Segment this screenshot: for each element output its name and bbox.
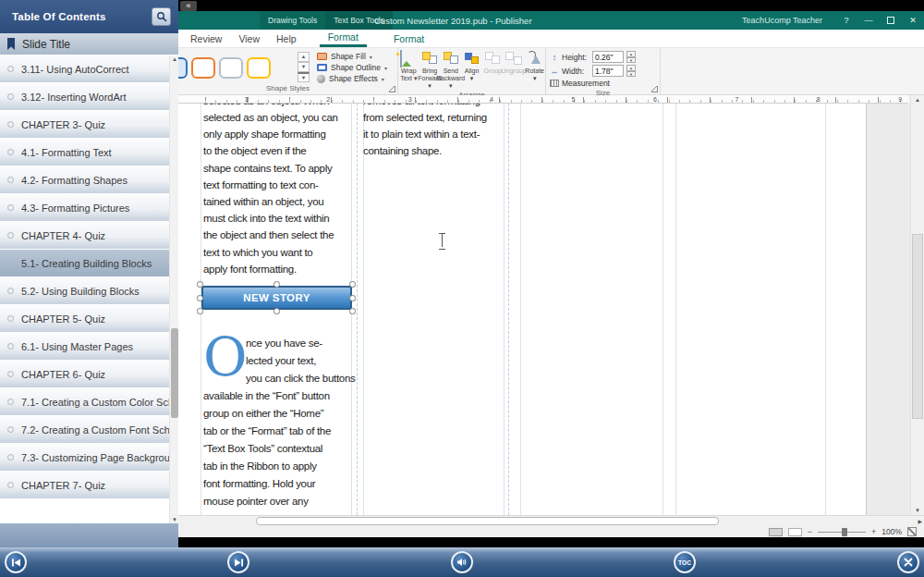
vertical-scrollbar[interactable]: ▲ ▼ — [910, 95, 924, 515]
zoom-out-button[interactable]: − — [808, 528, 812, 536]
toc-item[interactable]: 5.2- Using Building Blocks — [0, 277, 178, 305]
width-stepper[interactable]: ▲ ▼ — [626, 65, 636, 77]
volume-button[interactable] — [451, 551, 473, 573]
selection-handle[interactable] — [197, 281, 203, 288]
restore-button[interactable] — [880, 11, 902, 30]
toc-item[interactable]: CHAPTER 4- Quiz — [0, 222, 178, 250]
ribbon-tab[interactable]: Format — [385, 30, 432, 47]
selection-handle[interactable] — [197, 295, 203, 301]
toc-item[interactable]: CHAPTER 6- Quiz — [0, 361, 178, 388]
zoom-slider-thumb[interactable] — [842, 528, 847, 536]
shape-style-gallery[interactable] — [178, 48, 297, 83]
shape-effects-button[interactable]: Shape Effects ▾ — [317, 74, 387, 83]
single-page-view-button[interactable] — [769, 528, 783, 536]
minimize-button[interactable]: — — [857, 11, 880, 30]
slide-title-row[interactable]: Slide Title — [0, 33, 178, 55]
story-column-2[interactable]: from selected text, returning it to plai… — [363, 109, 516, 160]
toc-item[interactable]: 3.12- Inserting WordArt — [0, 83, 178, 111]
fit-page-icon[interactable] — [907, 527, 917, 536]
help-button[interactable]: ? — [835, 11, 857, 30]
spin-down-icon[interactable]: ▼ — [626, 71, 636, 78]
story-with-dropcap[interactable]: Once you have se- lected your text, you … — [203, 317, 362, 515]
drawing-tools-header[interactable]: Drawing Tools — [260, 11, 325, 30]
horizontal-ruler[interactable]: 123456789 — [178, 95, 908, 104]
bullet-icon — [7, 482, 14, 488]
toc-item[interactable]: 6.1- Using Master Pages — [0, 333, 178, 361]
toc-item[interactable]: CHAPTER 7- Quiz — [0, 472, 178, 499]
height-stepper[interactable]: ▲ ▼ — [626, 51, 636, 63]
gallery-down-icon[interactable]: ▼ — [298, 62, 310, 72]
toc-item-label: CHAPTER 4- Quiz — [21, 230, 105, 241]
shape-style-swatch-gold[interactable] — [247, 57, 271, 79]
selection-handle[interactable] — [274, 281, 280, 288]
ungroup-button[interactable]: Ungroup — [504, 48, 525, 90]
group-button[interactable]: Group — [482, 48, 504, 90]
story-column-1[interactable]: selected as an object, you can only appl… — [203, 109, 362, 277]
signed-in-user[interactable]: TeachUcomp Teacher — [742, 16, 822, 25]
new-story-banner[interactable]: NEW STORY — [201, 286, 352, 310]
ribbon-tab[interactable]: Help — [268, 30, 305, 47]
measurement-button[interactable]: Measurement — [550, 79, 636, 88]
shape-fill-button[interactable]: Shape Fill ▾ — [317, 52, 387, 61]
hscroll-thumb[interactable] — [256, 517, 719, 525]
document-canvas[interactable]: selected as an object. When selected as … — [178, 104, 924, 515]
vscroll-thumb[interactable] — [912, 234, 923, 419]
gallery-more-icon[interactable]: ▼ — [298, 72, 310, 82]
shape-outline-button[interactable]: Shape Outline ▾ — [317, 63, 387, 72]
gallery-scroll-strip: ▲ ▼ ▼ — [298, 52, 310, 83]
toc-scroll-thumb[interactable] — [171, 328, 178, 418]
gallery-up-icon[interactable]: ▲ — [298, 52, 310, 62]
toc-item[interactable]: 4.2- Formatting Shapes — [0, 166, 178, 194]
spin-down-icon[interactable]: ▼ — [626, 57, 636, 64]
zoom-level[interactable]: 100% — [881, 527, 902, 536]
zoom-in-button[interactable]: + — [871, 528, 876, 536]
toc-item[interactable]: 7.1- Creating a Custom Color Scheme — [0, 388, 178, 416]
ribbon-tab[interactable]: View — [230, 30, 268, 47]
toc-item[interactable]: 7.2- Creating a Custom Font Scheme — [0, 416, 178, 444]
scroll-up-icon[interactable]: ▲ — [911, 97, 924, 103]
close-icon — [904, 558, 913, 567]
scroll-down-icon[interactable]: ▼ — [911, 508, 924, 513]
align-button[interactable]: Align ▾ — [461, 48, 482, 90]
shape-style-swatch-orange[interactable] — [191, 57, 215, 79]
selection-handle[interactable] — [349, 281, 356, 288]
collapse-panel-button[interactable]: « — [180, 1, 197, 11]
two-page-view-button[interactable] — [788, 528, 802, 536]
selection-handle[interactable] — [349, 308, 356, 314]
toc-item[interactable]: 3.11- Using AutoCorrect — [0, 55, 178, 83]
dialog-launcher-icon[interactable] — [651, 86, 658, 92]
clipped-text-line[interactable]: selected as an object. When — [203, 104, 362, 108]
wrap-text-button[interactable]: Wrap Text ▾ — [398, 48, 419, 90]
clipped-text-line[interactable]: removes all text formatting — [363, 104, 516, 108]
ribbon-tab[interactable]: Review — [182, 30, 230, 47]
dialog-launcher-icon[interactable] — [389, 86, 395, 92]
toc-button[interactable]: TOC — [674, 551, 696, 573]
previous-lesson-button[interactable] — [5, 551, 27, 573]
selection-handle[interactable] — [197, 308, 203, 314]
search-button[interactable] — [152, 7, 171, 26]
horizontal-scrollbar[interactable]: ▶ — [178, 515, 924, 526]
play-next-button[interactable] — [227, 551, 249, 573]
rotate-button[interactable]: Rotate ▾ — [524, 48, 545, 90]
width-input[interactable] — [592, 65, 624, 77]
ribbon-tab[interactable]: Format — [320, 30, 367, 47]
toc-item[interactable]: 5.1- Creating Building Blocks — [0, 250, 178, 277]
shape-style-swatch-gray[interactable] — [219, 57, 243, 79]
toc-item[interactable]: CHAPTER 5- Quiz — [0, 305, 178, 333]
scroll-right-icon[interactable]: ▶ — [918, 518, 922, 524]
height-input[interactable] — [592, 51, 624, 63]
send-backward-button[interactable]: Send Backward ▾ — [440, 48, 461, 90]
selection-handle[interactable] — [349, 295, 356, 301]
publication-page[interactable]: selected as an object. When selected as … — [178, 104, 867, 515]
toc-item[interactable]: CHAPTER 3- Quiz — [0, 111, 178, 139]
close-window-button[interactable]: ✕ — [902, 11, 924, 30]
toc-item[interactable]: 4.1- Formatting Text — [0, 139, 178, 166]
close-player-button[interactable] — [897, 551, 919, 573]
toc-item[interactable]: 4.3- Formatting Pictures — [0, 194, 178, 222]
toc-scrollbar[interactable]: ▲ ▼ — [169, 55, 178, 523]
bullet-icon — [7, 371, 14, 377]
selection-handle[interactable] — [274, 308, 280, 314]
toc-item[interactable]: 7.3- Customizing Page Backgrounds — [0, 444, 178, 472]
zoom-slider[interactable] — [818, 532, 866, 533]
shape-style-swatch-blue[interactable] — [178, 57, 188, 79]
